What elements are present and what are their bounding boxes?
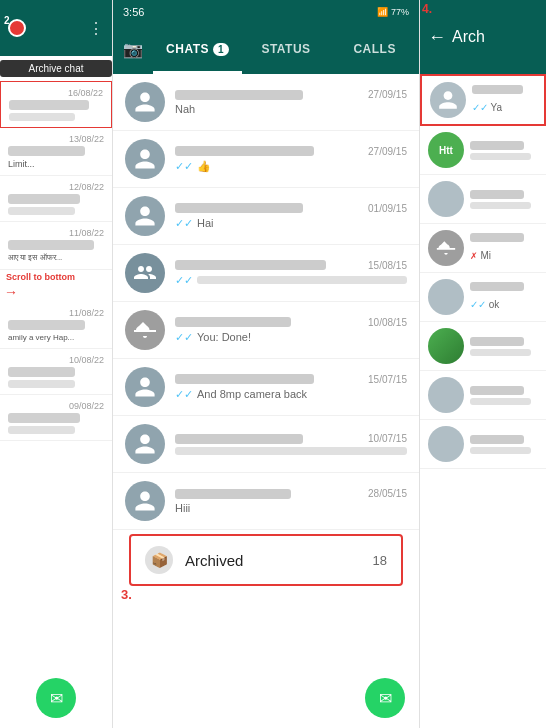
chat-name-bar xyxy=(175,90,303,100)
compose-fab-middle[interactable]: ✉ xyxy=(365,678,405,718)
right-name-bar xyxy=(470,141,524,150)
status-time: 3:56 xyxy=(123,6,377,18)
chat-bottom xyxy=(175,447,407,455)
chat-item[interactable]: 15/08/15 ✓✓ xyxy=(113,245,419,302)
right-chat-list: ✓✓ Ya Htt ✗ Mi xyxy=(420,74,546,728)
right-avatar xyxy=(428,181,464,217)
archived-count: 18 xyxy=(373,553,387,568)
chat-preview-bar xyxy=(8,320,85,330)
left-chat-item[interactable]: 09/08/22 xyxy=(0,395,112,441)
tick-icon: ✓✓ xyxy=(175,217,193,230)
chat-item[interactable]: 27/09/15 ✓✓ 👍 xyxy=(113,131,419,188)
chat-item[interactable]: 10/07/15 xyxy=(113,416,419,473)
chat-preview-bar2 xyxy=(8,207,75,215)
right-chat-item[interactable]: ✓✓ Ya xyxy=(420,74,546,126)
chat-date: 10/07/15 xyxy=(368,433,407,444)
chat-top: 10/08/15 xyxy=(175,317,407,328)
right-chat-item[interactable] xyxy=(420,420,546,469)
tick-icon: ✓✓ xyxy=(175,160,193,173)
menu-dots[interactable]: ⋮ xyxy=(88,19,104,38)
chat-item[interactable]: 10/08/15 ✓✓ You: Done! xyxy=(113,302,419,359)
chat-content: 15/08/15 ✓✓ xyxy=(175,260,407,287)
chat-preview-bar2 xyxy=(8,380,75,388)
chat-top: 28/05/15 xyxy=(175,488,407,499)
muted-icon: ✗ xyxy=(470,251,481,261)
chat-bottom: ✓✓ You: Done! xyxy=(175,331,407,344)
middle-panel: 3:56 📶 77% 📷 CHATS 1 STATUS CALLS 2 xyxy=(113,0,420,728)
left-chat-date: 12/08/22 xyxy=(8,182,104,192)
avatar xyxy=(125,310,165,350)
right-msg-text: Mi xyxy=(481,250,492,261)
compose-fab[interactable]: ✉ xyxy=(36,678,76,718)
chat-content: 27/09/15 Nah xyxy=(175,89,407,115)
chat-date: 10/08/15 xyxy=(368,317,407,328)
chats-badge: 1 xyxy=(213,43,229,56)
right-msg-text: Ya xyxy=(491,102,503,113)
right-chat-item[interactable]: ✓✓ ok xyxy=(420,273,546,322)
chat-date: 15/07/15 xyxy=(368,374,407,385)
chat-content: 28/05/15 Hiii xyxy=(175,488,407,514)
chat-bottom: ✓✓ 👍 xyxy=(175,160,407,173)
tab-calls[interactable]: CALLS xyxy=(330,24,419,74)
left-chat-list: 16/08/22 13/08/22 Limit... 12/08/22 11/0… xyxy=(0,81,112,668)
chat-bottom: ✓✓ Hai xyxy=(175,217,407,230)
chat-name-bar xyxy=(175,203,303,213)
chat-name-bar xyxy=(175,434,303,444)
right-chat-item[interactable] xyxy=(420,175,546,224)
chat-preview-bar2 xyxy=(9,113,75,121)
status-icons: 📶 77% xyxy=(377,7,409,17)
tab-chats-label: CHATS xyxy=(166,42,209,56)
chat-content: 10/07/15 xyxy=(175,433,407,455)
chat-bottom: ✓✓ And 8mp camera back xyxy=(175,388,407,401)
right-name-bar xyxy=(470,337,524,346)
avatar xyxy=(125,481,165,521)
back-button[interactable]: ← xyxy=(428,27,446,48)
tick-icon: ✓✓ xyxy=(175,388,193,401)
chat-top: 27/09/15 xyxy=(175,146,407,157)
chat-item[interactable]: 27/09/15 Nah xyxy=(113,74,419,131)
annotation-3: 3. xyxy=(121,587,132,602)
avatar xyxy=(125,424,165,464)
tabs-header: 📷 CHATS 1 STATUS CALLS xyxy=(113,24,419,74)
left-chat-item[interactable]: 13/08/22 Limit... xyxy=(0,128,112,176)
archived-row[interactable]: 📦 Archived 18 xyxy=(129,534,403,586)
chat-name-bar xyxy=(175,317,291,327)
tab-status-label: STATUS xyxy=(261,42,310,56)
chat-item[interactable]: 01/09/15 ✓✓ Hai xyxy=(113,188,419,245)
chat-message: Nah xyxy=(175,103,195,115)
tab-chats[interactable]: CHATS 1 xyxy=(153,24,242,74)
left-chat-item[interactable]: 11/08/22 आए या इस ऑफर... xyxy=(0,222,112,270)
left-chat-item[interactable]: 12/08/22 xyxy=(0,176,112,222)
chat-name-bar xyxy=(175,260,326,270)
right-name-bar xyxy=(470,282,524,291)
right-chat-item[interactable]: Htt xyxy=(420,126,546,175)
left-chat-item[interactable]: 11/08/22 amily a very Hap... xyxy=(0,302,112,349)
chat-msg-bar xyxy=(175,447,407,455)
left-panel: 2 ⋮ Archive chat 16/08/22 13/08/22 Limit… xyxy=(0,0,113,728)
right-avatar-htt: Htt xyxy=(428,132,464,168)
left-chat-date: 09/08/22 xyxy=(8,401,104,411)
recording-icon: 2 xyxy=(8,19,26,37)
right-chat-item[interactable] xyxy=(420,322,546,371)
right-chat-item[interactable]: ✗ Mi xyxy=(420,224,546,273)
tick-icon: ✓✓ xyxy=(175,331,193,344)
right-msg-bar xyxy=(470,153,531,160)
avatar xyxy=(125,196,165,236)
chat-item[interactable]: 15/07/15 ✓✓ And 8mp camera back xyxy=(113,359,419,416)
left-chat-item[interactable]: 10/08/22 xyxy=(0,349,112,395)
notification-badge: 2 xyxy=(4,15,10,26)
chat-message: Hiii xyxy=(175,502,190,514)
left-chat-item[interactable]: 16/08/22 xyxy=(0,81,112,128)
right-name-bar xyxy=(470,190,524,199)
tick-icon: ✓✓ xyxy=(472,102,491,113)
right-chat-item[interactable] xyxy=(420,371,546,420)
chat-message: And 8mp camera back xyxy=(197,388,307,400)
tab-status[interactable]: STATUS xyxy=(242,24,331,74)
right-name-bar xyxy=(470,386,524,395)
archive-box-icon: 📦 xyxy=(151,552,168,568)
status-bar: 3:56 📶 77% xyxy=(113,0,419,24)
chat-top: 15/08/15 xyxy=(175,260,407,271)
right-avatar xyxy=(428,279,464,315)
chat-item[interactable]: 28/05/15 Hiii xyxy=(113,473,419,530)
camera-button[interactable]: 📷 xyxy=(113,24,153,74)
